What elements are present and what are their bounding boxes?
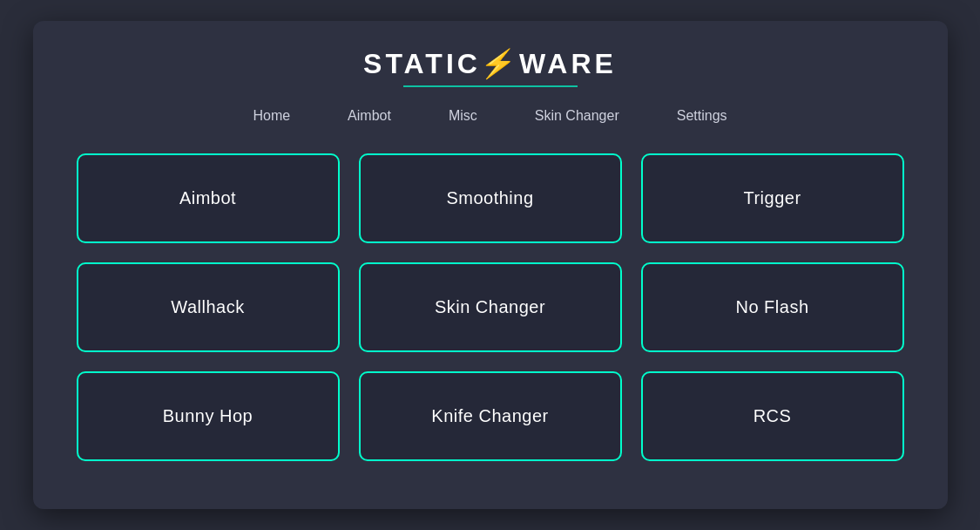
- btn-knife-changer-label: Knife Changer: [431, 406, 548, 425]
- btn-trigger-label: Trigger: [743, 188, 801, 207]
- btn-trigger[interactable]: Trigger: [641, 153, 904, 243]
- logo-bolt: ⚡: [478, 47, 523, 80]
- btn-bunny-hop-label: Bunny Hop: [163, 406, 253, 425]
- btn-no-flash[interactable]: No Flash: [641, 262, 904, 352]
- btn-smoothing[interactable]: Smoothing: [359, 153, 622, 243]
- main-window: STATIC⚡WARE HomeAimbotMiscSkin ChangerSe…: [33, 21, 948, 509]
- btn-bunny-hop[interactable]: Bunny Hop: [77, 371, 340, 461]
- navigation: HomeAimbotMiscSkin ChangerSettings: [68, 105, 913, 127]
- btn-smoothing-label: Smoothing: [446, 188, 533, 207]
- btn-wallhack-label: Wallhack: [171, 297, 244, 316]
- logo-text: STATIC⚡WARE: [68, 47, 913, 80]
- btn-rcs-label: RCS: [754, 406, 792, 425]
- btn-skin-changer[interactable]: Skin Changer: [359, 262, 622, 352]
- btn-wallhack[interactable]: Wallhack: [77, 262, 340, 352]
- logo-underline: [403, 85, 578, 87]
- logo-prefix: STATIC: [363, 48, 481, 79]
- btn-knife-changer[interactable]: Knife Changer: [359, 371, 622, 461]
- logo-suffix: WARE: [519, 48, 617, 79]
- feature-grid: AimbotSmoothingTriggerWallhackSkin Chang…: [68, 153, 913, 461]
- btn-skin-changer-label: Skin Changer: [435, 297, 545, 316]
- btn-aimbot[interactable]: Aimbot: [77, 153, 340, 243]
- nav-home[interactable]: Home: [246, 105, 297, 127]
- btn-no-flash-label: No Flash: [735, 297, 808, 316]
- nav-skin-changer[interactable]: Skin Changer: [528, 105, 626, 127]
- btn-aimbot-label: Aimbot: [179, 188, 236, 207]
- nav-misc[interactable]: Misc: [442, 105, 484, 127]
- nav-settings[interactable]: Settings: [670, 105, 734, 127]
- btn-rcs[interactable]: RCS: [641, 371, 904, 461]
- logo-section: STATIC⚡WARE: [68, 47, 913, 87]
- nav-aimbot[interactable]: Aimbot: [341, 105, 398, 127]
